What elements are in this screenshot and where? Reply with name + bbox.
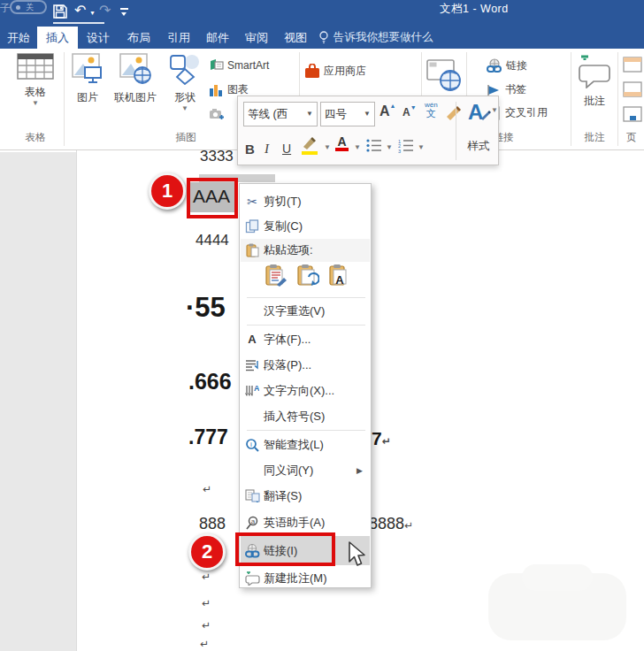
quick-access-customize-icon[interactable]: [120, 8, 128, 10]
doc-line-3333: 3333: [200, 148, 234, 165]
redo-icon: ↷: [99, 1, 111, 20]
pilcrow-mark: ↵: [202, 571, 211, 583]
pilcrow-mark: ↵: [203, 483, 211, 495]
menu-item-text-direction[interactable]: A 文字方向(X)...: [241, 379, 370, 402]
doc-line-888: 888: [199, 515, 226, 533]
menu-item-paste-options: 粘贴选项:: [241, 239, 370, 262]
quick-styles-button[interactable]: A ▼: [468, 100, 483, 125]
menu-item-font[interactable]: A 字体(F)...: [241, 327, 370, 351]
screenshot-button[interactable]: [209, 107, 225, 120]
context-menu: ✂ 剪切(T) 复制(C) 粘贴选项:: [239, 183, 372, 588]
tell-me-box[interactable]: 告诉我你想要做什么: [318, 27, 433, 49]
qat-underline: [53, 22, 104, 24]
illustrations-group-label: 插图: [159, 131, 212, 144]
bullets-button[interactable]: [365, 138, 383, 153]
font-color-dropdown-arrow[interactable]: ▼: [354, 144, 361, 151]
smart-lookup-icon: i: [241, 438, 264, 452]
header-icon: [623, 57, 642, 73]
menu-item-translate[interactable]: 翻译(S): [241, 484, 370, 508]
menu-item-smart-lookup[interactable]: i 智能查找(L): [241, 433, 370, 456]
pilcrow-mark: ↵: [404, 519, 413, 532]
doc-line-4444: 4444: [196, 232, 229, 249]
ribbon-tab-bar: 开始 插入 设计 布局 引用 邮件 审阅 视图 告诉我你想要做什么: [0, 27, 644, 49]
menu-separator: [247, 297, 365, 298]
menu-item-synonyms[interactable]: 同义词(Y) ▶: [241, 458, 370, 482]
online-pictures-icon: [119, 53, 152, 85]
header-footer-group-label: 页: [619, 131, 644, 144]
english-assistant-icon: a: [241, 516, 264, 530]
shapes-button[interactable]: 形状 ▼: [163, 53, 207, 112]
save-icon[interactable]: [52, 4, 68, 19]
shrink-font-button[interactable]: A ▼: [402, 106, 417, 119]
grow-font-button[interactable]: A ▲: [380, 103, 396, 119]
numbering-button[interactable]: 123: [397, 138, 415, 153]
link-button[interactable]: 链接: [487, 58, 527, 73]
font-color-button[interactable]: A: [335, 135, 349, 151]
tab-view[interactable]: 视图: [276, 27, 315, 49]
paste-options-row: A: [264, 264, 351, 287]
undo-dropdown-arrow[interactable]: ▼: [89, 10, 96, 16]
menu-item-hanzi-reselect[interactable]: 汉字重选(V): [241, 300, 370, 323]
phonetic-guide-button[interactable]: wén 文: [425, 102, 438, 119]
store-button[interactable]: 应用商店: [304, 64, 366, 79]
header-button[interactable]: [623, 57, 642, 73]
shapes-icon: [167, 53, 203, 85]
font-size-combo[interactable]: 四号 ▼: [320, 102, 375, 126]
online-video-icon: [426, 58, 462, 92]
online-pictures-button[interactable]: 联机图片: [110, 53, 161, 105]
menu-item-new-comment[interactable]: 新建批注(M): [241, 567, 370, 589]
annotation-box-selected-text: [187, 178, 238, 218]
annotation-step-2: 2: [188, 533, 226, 571]
page-number-button[interactable]: [623, 106, 642, 122]
tab-references[interactable]: 引用: [159, 27, 198, 49]
paste-keep-formatting-icon[interactable]: [264, 264, 288, 287]
doc-line-55: ·55: [186, 292, 226, 324]
toggle-dot-icon: [16, 5, 20, 10]
menu-item-paragraph[interactable]: 段落(P)...: [241, 353, 370, 377]
underline-button[interactable]: U: [282, 135, 291, 162]
paste-icon: [241, 243, 264, 257]
menu-separator: [247, 325, 365, 326]
comment-button[interactable]: 批注: [573, 55, 616, 109]
highlight-dropdown-arrow[interactable]: ▼: [324, 144, 331, 151]
tab-home[interactable]: 开始: [0, 27, 37, 49]
menu-item-insert-symbol[interactable]: 插入符号(S): [241, 404, 370, 428]
record-toggle[interactable]: 关: [10, 0, 47, 14]
shapes-dropdown-arrow: ▼: [163, 105, 207, 112]
store-icon: [304, 64, 320, 79]
svg-text:3: 3: [398, 149, 401, 154]
tab-design[interactable]: 设计: [78, 27, 119, 49]
window-title: 文档1 - Word: [440, 2, 509, 17]
menu-item-copy[interactable]: 复制(C): [241, 214, 370, 239]
bullets-dropdown-arrow[interactable]: ▼: [386, 144, 393, 151]
styles-label[interactable]: 样式: [459, 139, 498, 154]
format-painter-icon[interactable]: [444, 104, 462, 122]
numbering-dropdown-arrow[interactable]: ▼: [418, 144, 425, 151]
tab-mailings[interactable]: 邮件: [198, 27, 237, 49]
screenshot-icon: [209, 107, 225, 120]
paste-text-only-icon[interactable]: A: [328, 264, 351, 287]
menu-item-cut[interactable]: ✂ 剪切(T): [241, 189, 370, 214]
online-video-button[interactable]: [426, 58, 462, 92]
highlight-color-bar: [302, 151, 318, 155]
tab-insert[interactable]: 插入: [37, 27, 78, 49]
italic-button[interactable]: I: [264, 135, 269, 162]
undo-icon[interactable]: ↶: [74, 1, 86, 20]
menu-item-english-assistant[interactable]: a 英语助手(A): [241, 509, 370, 535]
footer-button[interactable]: [623, 81, 642, 97]
font-name-combo[interactable]: 等线 (西 ▼: [243, 102, 318, 126]
tab-layout[interactable]: 布局: [119, 27, 159, 49]
smartart-button[interactable]: SmartArt: [209, 58, 269, 72]
paste-merge-formatting-icon[interactable]: [296, 264, 319, 287]
table-button[interactable]: 表格 ▼: [9, 53, 62, 107]
picture-button[interactable]: 图片: [67, 53, 108, 105]
table-icon: [17, 53, 54, 80]
mini-toolbar: 等线 (西 ▼ 四号 ▼ A ▲ A ▼ wén 文 A ▼ B I U ▼ A: [237, 96, 499, 165]
bold-button[interactable]: B: [245, 135, 255, 162]
annotation-box-link-item: [235, 532, 335, 566]
text-highlight-button[interactable]: [302, 137, 319, 155]
paragraph-icon: [241, 359, 264, 371]
comments-group-label: 批注: [573, 131, 616, 144]
table-dropdown-arrow: ▼: [9, 100, 62, 107]
tab-review[interactable]: 审阅: [237, 27, 276, 49]
